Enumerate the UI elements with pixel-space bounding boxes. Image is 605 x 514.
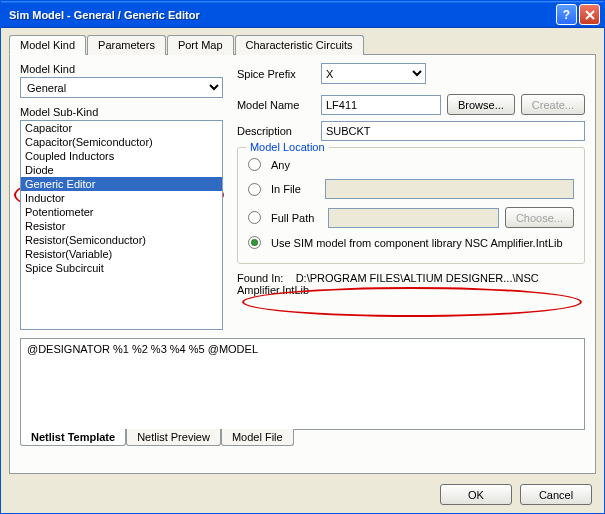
radio-full-path[interactable] [248,211,261,224]
model-sub-kind-label: Model Sub-Kind [20,106,223,118]
tab-parameters[interactable]: Parameters [87,35,166,55]
help-button[interactable]: ? [556,4,577,25]
full-path-input [328,208,499,228]
window-title: Sim Model - General / Generic Editor [9,9,556,21]
close-icon [585,10,595,20]
description-label: Description [237,125,315,137]
radio-any-label: Any [271,159,290,171]
tab-model-kind[interactable]: Model Kind [9,35,86,55]
model-kind-select[interactable]: General [20,77,223,98]
btab-netlist-template[interactable]: Netlist Template [20,429,126,446]
spice-prefix-label: Spice Prefix [237,68,315,80]
dialog-footer: OK Cancel [9,474,596,505]
tab-port-map[interactable]: Port Map [167,35,234,55]
radio-use-sim[interactable] [248,236,261,249]
model-name-input[interactable] [321,95,441,115]
model-location-group: Model Location Any In File Full P [237,147,585,264]
left-column: Model Kind General Model Sub-Kind Capaci… [20,63,223,330]
description-input[interactable] [321,121,585,141]
model-kind-label: Model Kind [20,63,223,75]
btab-netlist-preview[interactable]: Netlist Preview [126,429,221,446]
browse-button[interactable]: Browse... [447,94,515,115]
list-item[interactable]: Resistor [21,219,222,233]
btab-model-file[interactable]: Model File [221,429,294,446]
bottom-tabs: Netlist Template Netlist Preview Model F… [20,429,585,446]
upper-area: Model Kind General Model Sub-Kind Capaci… [20,63,585,330]
list-item[interactable]: Resistor(Variable) [21,247,222,261]
model-sub-kind-listbox[interactable]: CapacitorCapacitor(Semiconductor)Coupled… [20,120,223,330]
list-item[interactable]: Capacitor [21,121,222,135]
right-column: Spice Prefix X Model Name Browse... Crea… [237,63,585,330]
list-item[interactable]: Inductor [21,191,222,205]
content-area: Model Kind Parameters Port Map Character… [1,28,604,513]
tab-characteristic-circuits[interactable]: Characteristic Circuits [235,35,364,55]
in-file-path [325,179,574,199]
found-in-value: D:\PROGRAM FILES\ALTIUM DESIGNER...\NSC … [237,272,539,296]
radio-in-file-label: In File [271,183,301,195]
close-button[interactable] [579,4,600,25]
list-item[interactable]: Spice Subcircuit [21,261,222,275]
found-in-label: Found In: [237,272,283,284]
list-item[interactable]: Diode [21,163,222,177]
list-item[interactable]: Resistor(Semiconductor) [21,233,222,247]
model-name-label: Model Name [237,99,315,111]
model-location-title: Model Location [246,141,329,153]
choose-button: Choose... [505,207,574,228]
list-item[interactable]: Coupled Inductors [21,149,222,163]
cancel-button[interactable]: Cancel [520,484,592,505]
dialog-window: Sim Model - General / Generic Editor ? M… [0,0,605,514]
tab-panel-model-kind: Model Kind General Model Sub-Kind Capaci… [9,55,596,474]
main-tabs: Model Kind Parameters Port Map Character… [9,34,596,55]
titlebar: Sim Model - General / Generic Editor ? [1,1,604,28]
ok-button[interactable]: OK [440,484,512,505]
netlist-template-text: @DESIGNATOR %1 %2 %3 %4 %5 @MODEL [27,343,258,355]
create-button: Create... [521,94,585,115]
found-in-row: Found In: D:\PROGRAM FILES\ALTIUM DESIGN… [237,272,585,296]
radio-any[interactable] [248,158,261,171]
list-item[interactable]: Generic Editor [21,177,222,191]
spice-prefix-select[interactable]: X [321,63,426,84]
netlist-template-pane[interactable]: @DESIGNATOR %1 %2 %3 %4 %5 @MODEL [20,338,585,430]
radio-use-sim-label: Use SIM model from component library NSC… [271,237,563,249]
radio-full-path-label: Full Path [271,212,314,224]
list-item[interactable]: Potentiometer [21,205,222,219]
radio-in-file[interactable] [248,183,261,196]
list-item[interactable]: Capacitor(Semiconductor) [21,135,222,149]
